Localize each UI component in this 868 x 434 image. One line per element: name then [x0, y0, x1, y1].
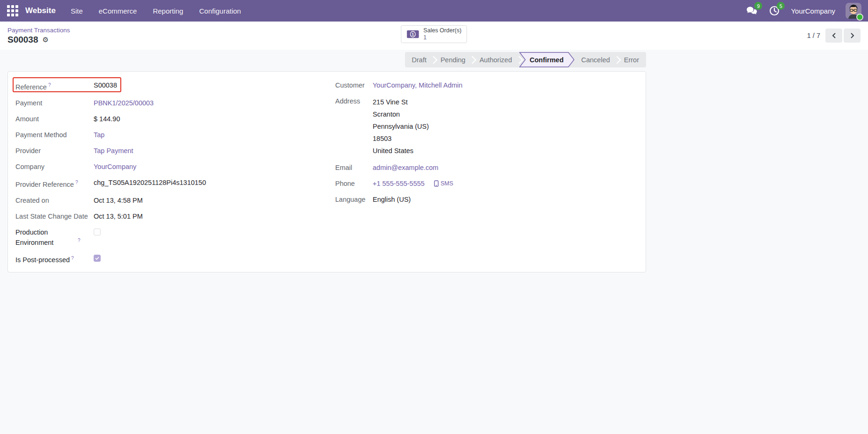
- phone-link[interactable]: +1 555-555-5555: [373, 178, 425, 189]
- field-row-production-environment: Production Environment?: [15, 227, 288, 248]
- field-row-payment: PaymentPBNK1/2025/00003: [15, 98, 288, 108]
- field-label-production-environment: Production Environment?: [15, 227, 94, 248]
- pager-next-button[interactable]: [844, 29, 861, 43]
- field-label-last-state-change-date: Last State Change Date: [15, 211, 94, 221]
- field-value-provider-reference[interactable]: chg_TS05A1920251128Pi4s1310150: [94, 177, 206, 188]
- field-value-provider[interactable]: Tap Payment: [94, 146, 133, 156]
- field-label-company: Company: [15, 162, 94, 172]
- field-label-is-post-processed: Is Post-processed?: [15, 253, 94, 265]
- language-value[interactable]: English (US): [373, 194, 411, 205]
- field-value-created-on[interactable]: Oct 13, 4:58 PM: [94, 195, 143, 206]
- field-label-provider: Provider: [15, 146, 94, 156]
- status-step-label: Canceled: [581, 56, 610, 64]
- top-navbar: Website SiteeCommerceReportingConfigurat…: [0, 0, 868, 22]
- field-value-payment[interactable]: PBNK1/2025/00003: [94, 98, 154, 108]
- field-row-provider: ProviderTap Payment: [15, 146, 288, 156]
- field-row-provider-reference: Provider Reference?chg_TS05A1920251128Pi…: [15, 177, 288, 190]
- status-step-authorized[interactable]: Authorized: [472, 52, 519, 67]
- status-step-label: Draft: [412, 56, 427, 64]
- chevron-right-icon: [850, 32, 854, 39]
- field-row-payment-method: Payment MethodTap: [15, 130, 288, 140]
- field-label-payment-method: Payment Method: [15, 130, 94, 140]
- address-value[interactable]: 215 Vine St Scranton Pennsylvania (US) 1…: [373, 96, 429, 157]
- menu-site[interactable]: Site: [71, 7, 83, 15]
- pager: 1 / 7: [807, 29, 861, 43]
- field-label-amount: Amount: [15, 114, 94, 124]
- field-value-amount[interactable]: $ 144.90: [94, 114, 120, 124]
- field-row-email: Email admin@example.com: [335, 162, 638, 173]
- checkbox-production-environment[interactable]: [94, 228, 101, 235]
- svg-text:1: 1: [412, 32, 414, 37]
- stat-button-count: 1: [423, 34, 461, 41]
- status-step-canceled[interactable]: Canceled: [574, 52, 617, 67]
- field-row-customer: Customer YourCompany, Mitchell Admin: [335, 80, 638, 90]
- customer-link[interactable]: YourCompany, Mitchell Admin: [373, 80, 463, 90]
- field-row-last-state-change-date: Last State Change DateOct 13, 5:01 PM: [15, 211, 288, 221]
- status-step-pending[interactable]: Pending: [434, 52, 472, 67]
- actions-gear-icon[interactable]: ⚙: [43, 36, 49, 43]
- field-value-company[interactable]: YourCompany: [94, 162, 136, 172]
- help-question-icon[interactable]: ?: [78, 238, 81, 243]
- user-company-name[interactable]: YourCompany: [791, 7, 835, 15]
- field-row-company: CompanyYourCompany: [15, 162, 288, 172]
- field-label-reference: Reference?: [15, 80, 94, 92]
- activities-badge: 5: [777, 2, 785, 10]
- status-step-label: Authorized: [479, 56, 512, 64]
- pager-prev-button[interactable]: [825, 29, 842, 43]
- field-row-created-on: Created onOct 13, 4:58 PM: [15, 195, 288, 206]
- field-value-payment-method[interactable]: Tap: [94, 130, 104, 140]
- help-question-icon[interactable]: ?: [71, 256, 74, 261]
- field-row-amount: Amount$ 144.90: [15, 114, 288, 124]
- money-icon: 1: [406, 30, 419, 38]
- stat-button-label: Sales Order(s): [423, 27, 461, 34]
- sms-button[interactable]: SMS: [434, 178, 453, 189]
- checkbox-is-post-processed[interactable]: [94, 255, 101, 262]
- help-question-icon[interactable]: ?: [48, 82, 51, 88]
- status-step-label: Error: [624, 56, 639, 64]
- field-label-created-on: Created on: [15, 195, 94, 206]
- field-row-is-post-processed: Is Post-processed?: [15, 253, 288, 265]
- status-step-label: Pending: [441, 56, 465, 64]
- menu-configuration[interactable]: Configuration: [199, 7, 241, 15]
- help-question-icon[interactable]: ?: [75, 180, 78, 185]
- status-step-label: Confirmed: [530, 56, 564, 64]
- field-label-payment: Payment: [15, 98, 94, 108]
- activities-button[interactable]: 5: [768, 5, 780, 16]
- email-link[interactable]: admin@example.com: [373, 162, 438, 173]
- pager-value: 1 / 7: [807, 32, 820, 39]
- field-label-provider-reference: Provider Reference?: [15, 177, 94, 190]
- status-step-confirmed[interactable]: Confirmed: [519, 52, 574, 67]
- field-row-address: Address 215 Vine St Scranton Pennsylvani…: [335, 96, 638, 157]
- nav-menus: SiteeCommerceReportingConfiguration: [71, 7, 241, 15]
- control-panel: Payment Transactions S00038 ⚙ 1 Sales Or…: [0, 22, 868, 50]
- messages-button[interactable]: 9: [746, 5, 758, 16]
- user-avatar[interactable]: [846, 3, 861, 19]
- field-row-language: Language English (US): [335, 194, 638, 205]
- mobile-phone-icon: [434, 180, 439, 187]
- status-step-error[interactable]: Error: [617, 52, 646, 67]
- messages-badge: 9: [754, 2, 762, 10]
- form-view: DraftPendingAuthorizedConfirmedCanceledE…: [0, 50, 868, 434]
- field-row-phone: Phone +1 555-555-5555 SMS: [335, 178, 638, 189]
- navbar-right-section: 9 5 YourCompany: [746, 3, 861, 19]
- statusbar: DraftPendingAuthorizedConfirmedCanceledE…: [405, 52, 646, 67]
- page-title: S00038: [7, 35, 38, 45]
- online-status-dot: [856, 14, 863, 21]
- breadcrumb[interactable]: Payment Transactions: [7, 27, 70, 34]
- form-sheet: Reference?S00038PaymentPBNK1/2025/00003A…: [7, 71, 646, 272]
- right-field-group: Customer YourCompany, Mitchell Admin Add…: [335, 80, 638, 271]
- sales-orders-button[interactable]: 1 Sales Order(s) 1: [401, 25, 467, 43]
- field-value-reference[interactable]: S00038: [94, 80, 117, 90]
- chevron-left-icon: [832, 32, 836, 39]
- status-step-draft[interactable]: Draft: [405, 52, 434, 67]
- field-row-reference: Reference?S00038: [15, 80, 288, 92]
- menu-reporting[interactable]: Reporting: [153, 7, 183, 15]
- left-field-group: Reference?S00038PaymentPBNK1/2025/00003A…: [15, 80, 288, 271]
- menu-ecommerce[interactable]: eCommerce: [99, 7, 137, 15]
- apps-grid-icon[interactable]: [7, 5, 19, 17]
- field-value-last-state-change-date[interactable]: Oct 13, 5:01 PM: [94, 211, 143, 221]
- app-brand[interactable]: Website: [25, 6, 56, 15]
